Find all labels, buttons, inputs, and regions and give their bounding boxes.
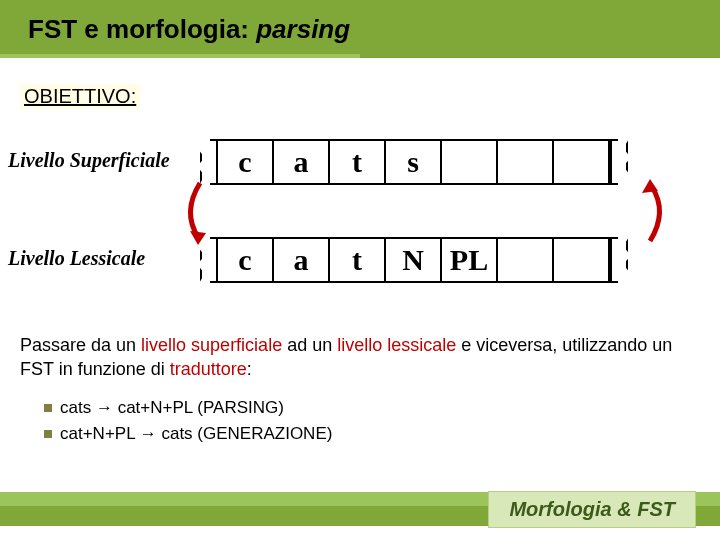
- bullet-parsing: cats → cat+N+PL (PARSING): [44, 398, 720, 418]
- para-text: :: [247, 359, 252, 379]
- tape-cell: c: [218, 239, 274, 281]
- tape-cell: s: [386, 141, 442, 183]
- lexical-level-label: Livello Lessicale: [8, 247, 145, 270]
- header-bar: FST e morfologia: parsing: [0, 0, 720, 58]
- bullet-text: cats (GENERAZIONE): [157, 424, 333, 443]
- para-text: Passare da un: [20, 335, 141, 355]
- lexical-tape: c a t N PL: [200, 237, 628, 283]
- bullet-icon: [44, 404, 52, 412]
- tape-cell: a: [274, 141, 330, 183]
- objective-label: OBIETTIVO:: [20, 84, 140, 109]
- tape-cell: a: [274, 239, 330, 281]
- torn-edge-right: [610, 239, 626, 281]
- svg-marker-1: [642, 179, 658, 193]
- para-text: ad un: [282, 335, 337, 355]
- para-highlight: livello superficiale: [141, 335, 282, 355]
- bullet-text: cat+N+PL: [60, 424, 140, 443]
- tape-cell: [554, 239, 610, 281]
- down-arrow-icon: [176, 179, 208, 245]
- para-highlight: traduttore: [170, 359, 247, 379]
- title-part-1: FST e morfologia:: [28, 14, 249, 44]
- footer-label: Morfologia & FST: [488, 491, 696, 528]
- bullet-icon: [44, 430, 52, 438]
- bullet-generation: cat+N+PL → cats (GENERAZIONE): [44, 424, 720, 444]
- tape-cell: N: [386, 239, 442, 281]
- surface-level-label: Livello Superficiale: [8, 149, 170, 172]
- tape-cell: [554, 141, 610, 183]
- header-underline: [0, 54, 720, 58]
- example-bullets: cats → cat+N+PL (PARSING) cat+N+PL → cat…: [44, 398, 720, 444]
- tape-cell: PL: [442, 239, 498, 281]
- torn-edge-left: [202, 141, 218, 183]
- up-arrow-icon: [640, 179, 672, 245]
- slide-title: FST e morfologia: parsing: [28, 14, 350, 45]
- para-highlight: livello lessicale: [337, 335, 456, 355]
- bullet-text: cat+N+PL (PARSING): [113, 398, 284, 417]
- tape-cell: [498, 141, 554, 183]
- description-paragraph: Passare da un livello superficiale ad un…: [20, 333, 700, 382]
- bullet-text: cats: [60, 398, 96, 417]
- tape-cell: t: [330, 239, 386, 281]
- title-part-2: parsing: [249, 14, 350, 44]
- tape-cell: c: [218, 141, 274, 183]
- surface-tape: c a t s: [200, 139, 628, 185]
- torn-edge-left: [202, 239, 218, 281]
- torn-edge-right: [610, 141, 626, 183]
- tape-cell: [498, 239, 554, 281]
- tape-cell: [442, 141, 498, 183]
- arrow-right-icon: →: [96, 398, 113, 418]
- arrow-right-icon: →: [140, 424, 157, 444]
- svg-marker-0: [190, 231, 206, 245]
- tape-cell: t: [330, 141, 386, 183]
- levels-diagram: Livello Superficiale c a t s Livello Les…: [0, 139, 720, 321]
